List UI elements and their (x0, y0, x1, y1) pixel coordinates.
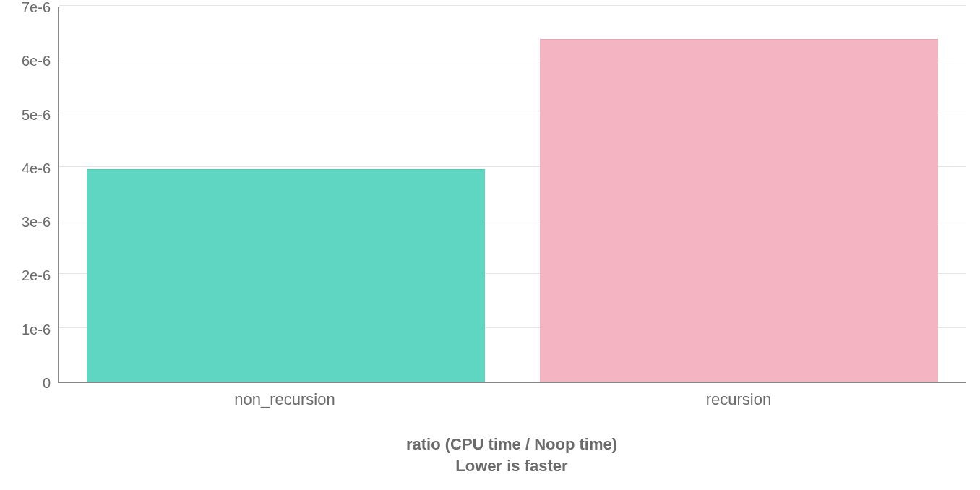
bar-non_recursion (87, 169, 486, 382)
x-tick-label: recursion (512, 390, 966, 409)
bar-slot (59, 7, 512, 382)
bars-container (59, 7, 966, 382)
y-tick-label: 1e-6 (7, 321, 51, 338)
x-axis-title: ratio (CPU time / Noop time) Lower is fa… (58, 434, 966, 476)
y-tick-label: 6e-6 (7, 53, 51, 69)
bar-slot (512, 7, 966, 382)
plot-area (58, 7, 966, 383)
x-axis-labels: non_recursionrecursion (58, 390, 966, 409)
y-tick-label: 2e-6 (7, 267, 51, 284)
y-tick-label: 3e-6 (7, 214, 51, 231)
x-axis-title-line1: ratio (CPU time / Noop time) (406, 435, 617, 453)
y-tick-label: 0 (7, 375, 51, 392)
bar-recursion (540, 39, 939, 382)
y-tick-label: 7e-6 (7, 0, 51, 16)
grid-line (59, 5, 966, 6)
x-axis-title-line2: Lower is faster (455, 457, 567, 475)
bar-chart: non_recursionrecursion ratio (CPU time /… (0, 0, 980, 490)
x-tick-label: non_recursion (58, 390, 512, 409)
y-tick-label: 5e-6 (7, 106, 51, 123)
y-tick-label: 4e-6 (7, 160, 51, 176)
